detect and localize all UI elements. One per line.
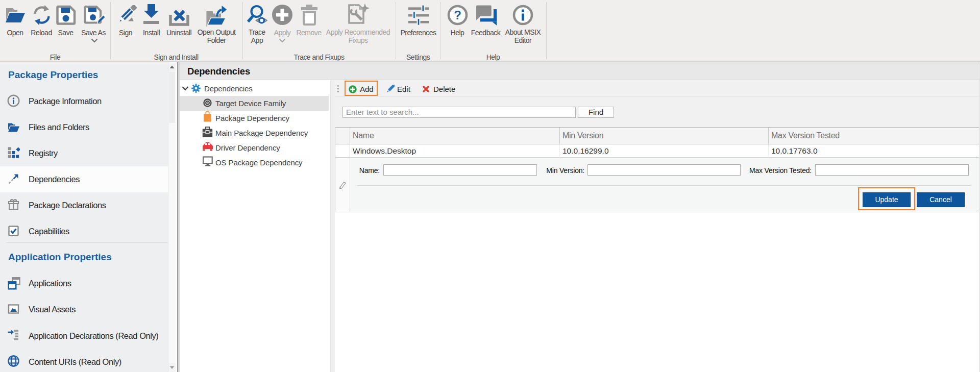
svg-text:?: ? xyxy=(454,8,461,22)
